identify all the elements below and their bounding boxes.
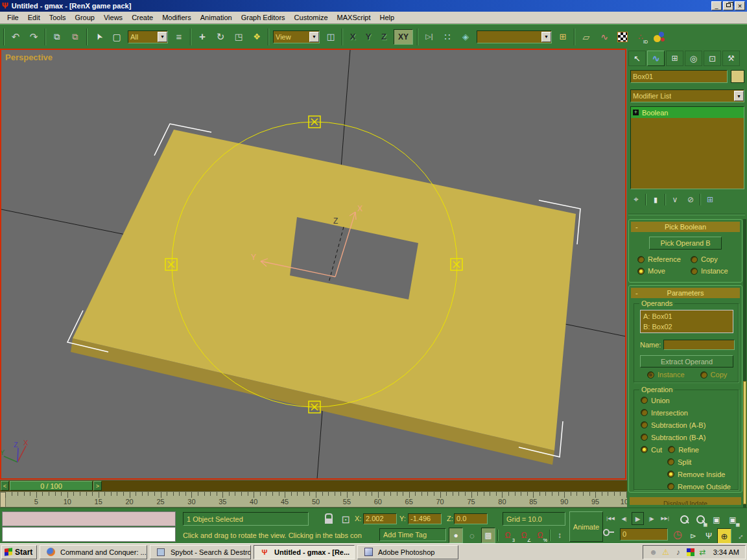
align-icon[interactable]: ⊞ bbox=[556, 29, 570, 45]
select-and-rotate-icon[interactable]: ↻ bbox=[213, 29, 228, 45]
close-button[interactable]: × bbox=[735, 1, 745, 10]
unlink-selection-icon[interactable]: ⧉ bbox=[68, 29, 82, 45]
start-button[interactable]: Start bbox=[1, 545, 37, 559]
taskbar-task-adobe-photoshop[interactable]: Adobe Photoshop bbox=[357, 545, 458, 559]
restrict-y-button[interactable]: Y bbox=[362, 32, 374, 41]
object-color-swatch[interactable] bbox=[731, 70, 744, 83]
utilities-tab-icon[interactable]: ⚒ bbox=[724, 51, 739, 66]
fov-icon[interactable]: ⊳ bbox=[686, 528, 700, 544]
remove-modifier-icon[interactable]: ⊘ bbox=[684, 193, 697, 206]
clock[interactable]: 3:34 AM bbox=[713, 548, 739, 556]
angle-snap-icon[interactable]: Ω∠ bbox=[517, 528, 531, 543]
motion-tab-icon[interactable]: ◎ bbox=[687, 51, 701, 66]
shaded-sphere-icon[interactable]: ● bbox=[449, 528, 463, 543]
menu-animation[interactable]: Animation bbox=[196, 12, 237, 23]
minimize-button[interactable]: _ bbox=[711, 1, 722, 10]
pick-boolean-rollout-header[interactable]: - Pick Boolean bbox=[631, 222, 740, 232]
create-tab[interactable]: ↖ bbox=[628, 51, 646, 66]
track-bar[interactable]: 5101520253035404550556065707580859095100 bbox=[0, 491, 627, 508]
display-tab[interactable]: ⊡ bbox=[704, 51, 721, 66]
go-to-start-icon[interactable]: |◀◀ bbox=[604, 512, 617, 525]
next-frame-button[interactable]: > bbox=[93, 481, 102, 491]
taskbar-task-spybot-search-destroy[interactable]: Spybot - Search & Destroy bbox=[150, 545, 251, 559]
select-by-name-icon[interactable]: ≡ bbox=[172, 29, 186, 45]
radio-union[interactable]: Union bbox=[641, 397, 670, 404]
selection-filter-dropdown[interactable]: All▼ bbox=[128, 30, 168, 43]
create-tab-icon[interactable]: ↖ bbox=[630, 51, 645, 66]
named-selection-sets-dropdown[interactable]: ▼ bbox=[477, 30, 552, 43]
radio-instance[interactable]: Instance bbox=[647, 371, 685, 379]
spinner-snap-icon[interactable]: ↕ bbox=[552, 528, 567, 543]
firefox-icon[interactable] bbox=[43, 545, 58, 559]
selection-lock-toggle[interactable] bbox=[324, 513, 333, 524]
select-and-link-icon[interactable]: ⧉ bbox=[50, 29, 64, 45]
modify-tab[interactable]: ∿ bbox=[647, 51, 665, 66]
chevron-down-icon[interactable]: ▼ bbox=[309, 32, 319, 42]
restrict-x-button[interactable]: X bbox=[347, 32, 359, 41]
undo-icon[interactable]: ↶ bbox=[8, 29, 23, 45]
expand-icon[interactable]: + bbox=[633, 110, 639, 115]
animate-button[interactable]: Animate bbox=[569, 511, 603, 542]
percent-snap-icon[interactable]: Ω% bbox=[533, 528, 547, 543]
menu-create[interactable]: Create bbox=[127, 12, 158, 23]
perspective-viewport[interactable]: X Y Z Y X Z Pers bbox=[0, 49, 627, 480]
select-and-manipulate-icon[interactable]: ❖ bbox=[250, 29, 264, 45]
arc-rotate-icon[interactable]: ⊕ bbox=[717, 528, 731, 544]
next-rollout-header-clipped[interactable]: Display/Update bbox=[630, 497, 741, 505]
menu-views[interactable]: Views bbox=[99, 12, 127, 23]
radio-cut[interactable]: Cut bbox=[641, 446, 662, 454]
radio-reference[interactable]: Reference bbox=[637, 255, 689, 263]
y-coord-field[interactable]: -1.496 bbox=[408, 513, 442, 524]
chevron-down-icon[interactable]: ▼ bbox=[734, 91, 744, 101]
min-max-toggle-icon[interactable]: ↔ bbox=[733, 528, 747, 544]
menu-group[interactable]: Group bbox=[70, 12, 99, 23]
update-icon[interactable]: ⇄ bbox=[698, 548, 707, 557]
menu-edit[interactable]: Edit bbox=[23, 12, 45, 23]
menu-help[interactable]: Help bbox=[375, 12, 399, 23]
time-slider-button[interactable]: 0 / 100 bbox=[10, 481, 93, 491]
operand-a-box01[interactable]: A: Box01 bbox=[643, 311, 730, 321]
object-name-field[interactable]: Box01 bbox=[630, 70, 728, 83]
menu-graph-editors[interactable]: Graph Editors bbox=[237, 12, 290, 23]
zoom-extents-icon[interactable]: ▣ bbox=[709, 512, 724, 528]
utilities-tab[interactable]: ⚒ bbox=[722, 51, 740, 66]
redo-icon[interactable]: ↷ bbox=[27, 29, 41, 45]
previous-frame-button[interactable]: < bbox=[1, 481, 9, 491]
photoshop-icon[interactable] bbox=[361, 545, 375, 559]
zoom-icon[interactable] bbox=[677, 512, 691, 528]
snap-toggle-icon[interactable]: Ω3 bbox=[501, 528, 515, 543]
zoom-all-icon[interactable]: ▦ bbox=[693, 512, 707, 528]
radio-split[interactable]: Split bbox=[667, 458, 691, 466]
uvw-remove-icon[interactable]: ◈ bbox=[458, 29, 473, 45]
schematic-view-icon[interactable] bbox=[615, 29, 630, 45]
key-mode-toggle[interactable] bbox=[603, 528, 614, 536]
radio-subtraction-b-a[interactable]: Subtraction (B-A) bbox=[641, 434, 706, 441]
display-tab-icon[interactable]: ⊡ bbox=[706, 51, 720, 66]
z-coord-field[interactable]: 0.0 bbox=[454, 513, 488, 524]
select-object-icon[interactable]: ➤ bbox=[91, 29, 106, 45]
curve-editor-icon[interactable]: ∿ bbox=[597, 29, 611, 45]
collapse-icon[interactable]: - bbox=[635, 288, 638, 298]
unwrap-uvw-icon[interactable]: ▱ bbox=[579, 29, 593, 45]
viewport-canvas[interactable]: X Y Z Y X Z Pers bbox=[0, 49, 627, 480]
array-icon[interactable]: ∷ bbox=[440, 29, 455, 45]
messenger-icon[interactable]: ☻ bbox=[649, 548, 658, 557]
add-time-tag[interactable]: Add Time Tag bbox=[379, 528, 446, 541]
configure-modifier-icon[interactable]: ⊞ bbox=[704, 193, 717, 206]
extract-operand-button[interactable]: Extract Operand bbox=[640, 355, 733, 368]
operands-list[interactable]: A: Box01B: Box02 bbox=[640, 310, 733, 333]
antivirus-icon[interactable] bbox=[686, 548, 695, 557]
pin-stack-icon[interactable]: ⌖ bbox=[630, 193, 643, 206]
spybot-icon[interactable] bbox=[154, 545, 168, 559]
taskbar-task-untitled-gmax-re[interactable]: ΨUntitled - gmax - [Re... bbox=[254, 545, 355, 559]
rectangular-selection-region-icon[interactable]: ▢ bbox=[110, 29, 124, 45]
go-to-end-icon[interactable]: ▶▶| bbox=[659, 512, 671, 525]
operand-name-input[interactable] bbox=[663, 340, 735, 350]
next-frame-icon[interactable]: |▶ bbox=[645, 512, 658, 525]
render-icon[interactable] bbox=[652, 29, 666, 45]
select-and-scale-icon[interactable]: ◳ bbox=[231, 29, 246, 45]
restrict-z-button[interactable]: Z bbox=[378, 32, 390, 41]
checker-sphere-icon[interactable]: ▩ bbox=[481, 528, 495, 543]
menu-tools[interactable]: Tools bbox=[45, 12, 71, 23]
mirror-icon[interactable]: ▷| bbox=[422, 29, 436, 45]
